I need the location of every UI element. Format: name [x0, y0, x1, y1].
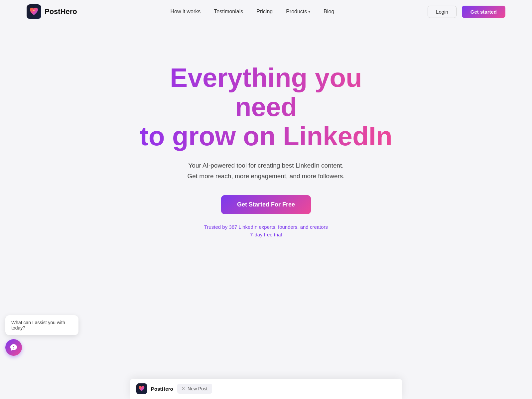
preview-brand-name: PostHero: [151, 386, 173, 392]
navbar: PostHero How it works Testimonials Prici…: [0, 0, 532, 23]
preview-close-icon[interactable]: ×: [182, 386, 185, 392]
hero-section: Everything you need to grow on LinkedIn …: [0, 23, 532, 264]
chevron-down-icon: ▾: [308, 9, 310, 14]
cta-button[interactable]: Get Started For Free: [221, 195, 311, 214]
nav-item-products[interactable]: Products ▾: [286, 9, 310, 15]
nav-link-how-it-works[interactable]: How it works: [171, 9, 201, 14]
chat-widget: What can I assist you with today?: [5, 315, 78, 356]
nav-item-pricing[interactable]: Pricing: [256, 9, 273, 15]
nav-actions: Login Get started: [428, 6, 505, 18]
nav-item-blog[interactable]: Blog: [324, 9, 334, 15]
brand-name: PostHero: [45, 7, 77, 16]
preview-card: PostHero × New Post: [130, 379, 402, 399]
preview-tab-label: New Post: [188, 386, 207, 391]
preview-card-header: PostHero × New Post: [130, 379, 402, 399]
nav-link-pricing[interactable]: Pricing: [256, 9, 273, 14]
nav-links: How it works Testimonials Pricing Produc…: [171, 9, 334, 15]
chat-open-button[interactable]: [5, 339, 22, 356]
nav-item-testimonials[interactable]: Testimonials: [214, 9, 243, 15]
hero-title: Everything you need to grow on LinkedIn: [140, 63, 392, 151]
preview-brand-icon: [138, 385, 145, 392]
hero-trust-section: Trusted by 387 LinkedIn experts, founder…: [204, 224, 328, 237]
trial-text: 7-day free trial: [250, 232, 282, 237]
hero-subtitle: Your AI-powered tool for creating best L…: [187, 160, 344, 182]
preview-logo-icon: [136, 383, 147, 394]
nav-link-testimonials[interactable]: Testimonials: [214, 9, 243, 14]
trust-text: Trusted by 387 LinkedIn experts, founder…: [204, 224, 328, 230]
get-started-nav-button[interactable]: Get started: [462, 6, 505, 18]
nav-link-blog[interactable]: Blog: [324, 9, 334, 14]
chat-icon: [10, 343, 18, 351]
svg-point-0: [33, 10, 35, 11]
login-button[interactable]: Login: [428, 6, 457, 18]
preview-new-post-tab[interactable]: × New Post: [177, 384, 212, 394]
nav-item-how-it-works[interactable]: How it works: [171, 9, 201, 15]
logo-link[interactable]: PostHero: [27, 4, 77, 19]
nav-link-products[interactable]: Products ▾: [286, 9, 310, 15]
chat-bubble: What can I assist you with today?: [5, 315, 78, 335]
logo-icon: [27, 4, 41, 19]
